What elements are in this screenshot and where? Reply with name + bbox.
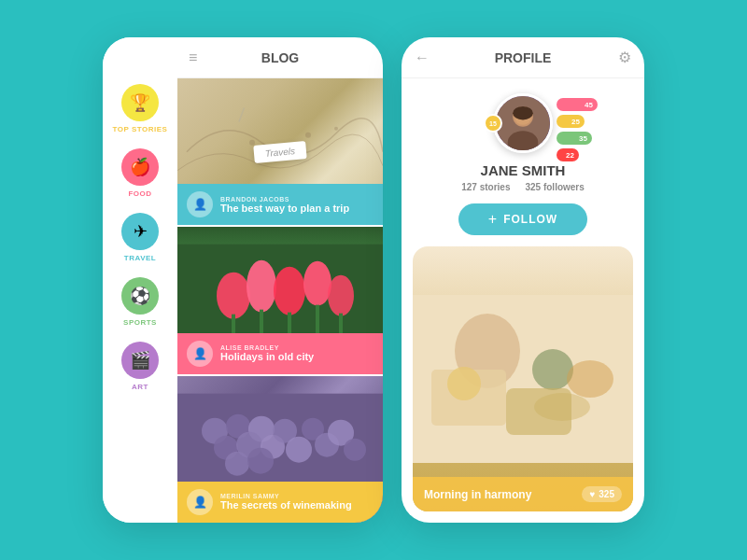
morning-overlay: Morning in harmony ♥ 325	[413, 477, 633, 511]
follow-button[interactable]: + FOLLOW	[458, 203, 587, 235]
sidebar: 🏆 TOP STORIES 🍎 FOOD ✈ TRAVEL ⚽ SPORTS 🎬…	[103, 37, 177, 523]
svg-point-0	[249, 140, 255, 146]
svg-point-25	[286, 436, 312, 462]
sports-label: SPORTS	[123, 318, 157, 327]
stat-bar-2: 25	[557, 115, 585, 128]
blog-cards: 👤 BRANDON JACOBS The best way to plan a …	[177, 78, 383, 523]
follow-label: FOLLOW	[503, 213, 557, 226]
sidebar-item-art[interactable]: 🎬 ART	[121, 342, 159, 391]
svg-point-29	[344, 438, 366, 460]
follow-plus-icon: +	[488, 211, 498, 228]
blog-phone: 🏆 TOP STORIES 🍎 FOOD ✈ TRAVEL ⚽ SPORTS 🎬…	[103, 37, 383, 523]
card-author-alise: ALISE BRADLEY	[220, 344, 374, 351]
top-stories-icon: 🏆	[121, 84, 159, 121]
svg-point-23	[247, 447, 274, 473]
profile-info: 15 45 25 35 22 JANE SMIT	[402, 78, 644, 246]
stories-count: 127 stories	[461, 182, 510, 192]
food-icon: 🍎	[121, 148, 159, 186]
card-text-travels: BRANDON JACOBS The best way to plan a tr…	[220, 196, 374, 214]
art-icon: 🎬	[121, 342, 159, 379]
blog-card-grapes[interactable]: 👤 MERILIN SAMMY The secrets of winemakin…	[177, 376, 383, 523]
sidebar-item-food[interactable]: 🍎 FOOD	[121, 148, 159, 198]
author-avatar-merilin: 👤	[187, 489, 213, 515]
morning-likes: ♥ 325	[582, 486, 622, 502]
blog-header: ≡ BLOG	[177, 37, 383, 78]
level-badge: 15	[484, 114, 502, 133]
food-label: FOOD	[128, 189, 151, 198]
stats-bars: 45 25 35 22	[557, 98, 598, 161]
stat-bar-1: 45	[557, 98, 598, 111]
svg-point-9	[328, 275, 354, 316]
svg-rect-3	[238, 107, 245, 122]
card-overlay-grapes: 👤 MERILIN SAMMY The secrets of winemakin…	[177, 482, 383, 523]
card-author-brandon: BRANDON JACOBS	[220, 196, 374, 203]
stat-bar-3: 35	[557, 132, 592, 145]
svg-point-43	[567, 360, 613, 398]
blog-card-travels[interactable]: 👤 BRANDON JACOBS The best way to plan a …	[177, 78, 383, 225]
heart-icon: ♥	[589, 489, 595, 499]
svg-point-39	[532, 349, 573, 390]
stat-bar-4: 22	[557, 148, 579, 161]
card-author-merilin: MERILIN SAMMY	[220, 493, 374, 499]
card-overlay-tulips: 👤 ALISE BRADLEY Holidays in old city	[177, 333, 383, 374]
profile-header: ← PROFILE ⚙	[402, 37, 644, 78]
card-overlay-travels: 👤 BRANDON JACOBS The best way to plan a …	[177, 184, 383, 225]
sports-icon: ⚽	[121, 277, 159, 315]
svg-point-34	[513, 106, 533, 120]
profile-phone: ← PROFILE ⚙ 15 45 25	[402, 37, 644, 523]
card-title-merilin: The secrets of winemaking	[220, 499, 374, 511]
sidebar-item-travel[interactable]: ✈ TRAVEL	[121, 213, 159, 262]
gear-icon[interactable]: ⚙	[618, 49, 631, 66]
featured-image	[413, 246, 633, 511]
profile-name: JANE SMITH	[481, 162, 566, 178]
morning-title: Morning in harmony	[424, 488, 531, 501]
author-avatar-brandon: 👤	[187, 191, 213, 217]
svg-point-22	[225, 451, 249, 475]
followers-count: 325 followers	[525, 182, 584, 192]
svg-point-7	[274, 267, 305, 315]
card-text-tulips: ALISE BRADLEY Holidays in old city	[220, 344, 374, 362]
likes-count: 325	[599, 489, 614, 499]
svg-point-5	[217, 273, 250, 319]
profile-stats-row: 127 stories 325 followers	[461, 182, 585, 192]
back-icon[interactable]: ←	[415, 49, 430, 66]
art-label: ART	[132, 383, 148, 391]
profile-avatar-wrap: 15 45 25 35 22	[493, 93, 553, 153]
travel-label: TRAVEL	[124, 254, 156, 262]
author-avatar-alise: 👤	[187, 341, 213, 367]
blog-main: ≡ BLOG	[177, 37, 383, 523]
card-title-brandon: The best way to plan a trip	[220, 203, 374, 214]
blog-title: BLOG	[261, 50, 299, 65]
menu-icon[interactable]: ≡	[189, 49, 197, 66]
profile-featured-card[interactable]: Morning in harmony ♥ 325	[413, 246, 633, 511]
svg-point-2	[334, 127, 338, 131]
blog-card-tulips[interactable]: 👤 ALISE BRADLEY Holidays in old city	[177, 227, 383, 373]
svg-point-6	[247, 260, 276, 313]
profile-title: PROFILE	[495, 50, 552, 65]
top-stories-label: TOP STORIES	[113, 125, 168, 133]
svg-point-42	[447, 367, 481, 400]
phones-container: 🏆 TOP STORIES 🍎 FOOD ✈ TRAVEL ⚽ SPORTS 🎬…	[103, 37, 644, 523]
travel-icon: ✈	[121, 213, 159, 250]
sidebar-item-sports[interactable]: ⚽ SPORTS	[121, 277, 159, 327]
sidebar-item-top-stories[interactable]: 🏆 TOP STORIES	[113, 84, 168, 133]
card-text-grapes: MERILIN SAMMY The secrets of winemaking	[220, 493, 374, 511]
svg-point-1	[305, 133, 311, 138]
svg-rect-41	[506, 388, 571, 435]
card-title-alise: Holidays in old city	[220, 351, 374, 362]
svg-point-8	[303, 261, 331, 306]
